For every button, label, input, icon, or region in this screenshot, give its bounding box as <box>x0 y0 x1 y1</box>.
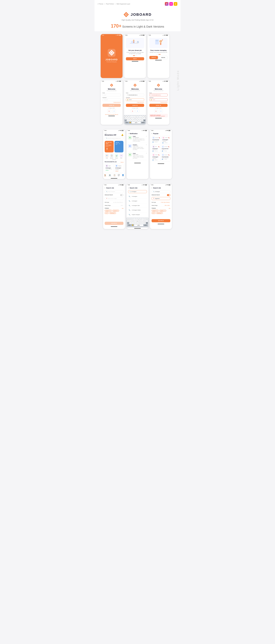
category-edit-3[interactable]: Edit <box>169 208 170 209</box>
kb-u[interactable]: u <box>137 116 139 117</box>
tag-marketing[interactable]: Marketing ✕ <box>109 212 116 214</box>
bookmark-2[interactable]: 🔖 <box>168 137 170 138</box>
skb-bs[interactable]: ⌫ <box>146 222 148 224</box>
skb-w[interactable]: w <box>129 218 131 220</box>
result-1[interactable]: 🔍 UI Designer <box>128 194 147 199</box>
result-2[interactable]: 🔍 UI Designer <box>128 199 147 203</box>
google-btn2[interactable]: G <box>131 109 134 113</box>
search-active-input[interactable]: 🔍 UI Designer <box>128 190 147 193</box>
pop-card-1[interactable]: f Facebook 🔖 Front End Dev Malang, Indon… <box>152 136 161 144</box>
notification-bell-icon[interactable]: 🔔 <box>121 134 123 136</box>
kb-emoji[interactable]: 😊 <box>129 122 131 124</box>
nav-chat[interactable]: 💬 Chat <box>118 174 120 177</box>
kb-l[interactable]: l <box>143 118 145 119</box>
skb-f[interactable]: f <box>134 220 136 222</box>
nav-company[interactable]: 🏢 Company <box>108 174 111 177</box>
kb-z[interactable]: z <box>127 120 129 121</box>
kb-f[interactable]: f <box>132 118 134 119</box>
kb-x[interactable]: x <box>129 120 131 121</box>
signin-btn-disabled[interactable]: SIGN IN <box>103 104 121 107</box>
pop-card-2[interactable]: D Dribbble 🔖 UX Designer Yogyakarta, Ind… <box>161 136 170 144</box>
password-filled[interactable]: 🔒 •••••••• <box>126 98 144 101</box>
kb-j[interactable]: j <box>139 118 141 119</box>
view-all-link[interactable]: View All <box>120 162 123 163</box>
back-button[interactable]: ‹ <box>128 133 129 134</box>
forgot3[interactable]: Forgot password? <box>149 102 168 103</box>
nav-home[interactable]: 🏠 Home <box>104 174 106 177</box>
cat-secretary[interactable]: 📋 Secretary <box>110 154 114 158</box>
skb-m[interactable]: m <box>143 222 146 224</box>
pop-card-3[interactable]: S Slack 🔖 UI Designer Fulltime 👤 30 👁 91… <box>152 145 160 152</box>
pop-card-6[interactable]: f Facebook 🔖 Front End Dev Malang, Indon… <box>161 153 170 162</box>
bookmark-1[interactable]: 🔖 <box>159 137 160 138</box>
kb-e[interactable]: e <box>129 116 131 117</box>
kb-h[interactable]: h <box>136 118 138 119</box>
tag3-ui[interactable]: UI ✕ <box>152 212 156 214</box>
location-input[interactable]: 📍 Search city or region <box>105 197 123 200</box>
facebook-btn2[interactable]: f <box>136 109 139 113</box>
skb-k[interactable]: k <box>143 220 146 222</box>
google-btn[interactable]: G <box>107 109 111 113</box>
search2-back[interactable]: ‹ <box>128 187 129 189</box>
kb-n[interactable]: n <box>139 120 141 121</box>
search3-back[interactable]: ‹ <box>152 187 152 189</box>
salary-filter-3[interactable]: Salary Range $5K in 800k › <box>152 204 170 207</box>
notif-item-2[interactable]: D Dropbox Hiring Position Dropbox is hir… <box>128 144 147 152</box>
skb-l[interactable]: l <box>146 220 148 222</box>
kb-shift[interactable]: ⇧ <box>125 120 127 121</box>
tag3-marketing[interactable]: Marketing ✕ <box>156 212 163 214</box>
skb-d[interactable]: d <box>132 220 134 222</box>
kb-space[interactable]: space <box>132 122 141 124</box>
google-btn3[interactable]: G <box>154 109 158 113</box>
next-button[interactable]: NEXT <box>126 57 144 60</box>
skb-123[interactable]: 123 <box>127 224 131 226</box>
kb-b[interactable]: b <box>136 120 138 121</box>
password-input-empty[interactable]: Password <box>103 98 121 101</box>
password-error[interactable]: 🔒 •••••••• <box>149 98 168 101</box>
kb-i[interactable]: i <box>139 116 141 117</box>
pop-card-4[interactable]: f Facebook 🔖 Front End Dev Fulltime 👤 41… <box>161 145 170 152</box>
kb-r[interactable]: r <box>131 116 133 117</box>
result-3[interactable]: 🔍 UI Designer Web <box>128 203 147 208</box>
skb-y[interactable]: y <box>138 218 139 220</box>
kb-123[interactable]: 123 <box>125 122 129 124</box>
salary-filter[interactable]: Salary Range 500k › <box>105 204 123 207</box>
skb-shift[interactable]: ⇧ <box>127 222 129 224</box>
advanced-toggle[interactable] <box>120 194 123 196</box>
search-btn-1[interactable]: SEARCH <box>105 222 123 225</box>
skb-e[interactable]: e <box>131 218 133 220</box>
skb-r[interactable]: r <box>133 218 135 220</box>
search3-input[interactable]: 🔍 UI Designer <box>152 190 170 193</box>
forgot-password-link[interactable]: Forgot password? <box>103 102 121 103</box>
advanced-toggle-3[interactable] <box>167 194 170 196</box>
kb-return[interactable]: return <box>141 122 145 124</box>
bookmark-3[interactable]: 🔖 <box>158 146 159 147</box>
result-5[interactable]: 🔍 Graphic Designer <box>128 212 147 217</box>
tag3-database[interactable]: Databas... ✕ <box>159 210 166 212</box>
tag-ui[interactable]: UI ✕ <box>105 212 109 214</box>
kb-backspace[interactable]: ⌫ <box>143 120 145 121</box>
notif-item-3[interactable]: G Gojek Hiring Position Gojek is hiring … <box>128 153 147 160</box>
kb-v[interactable]: v <box>134 120 136 121</box>
skb-s[interactable]: s <box>129 220 132 222</box>
location-input-3[interactable]: 📍 Yogyakarta <box>152 197 170 200</box>
skb-t[interactable]: t <box>136 218 137 220</box>
kb-g[interactable]: g <box>134 118 136 119</box>
skb-n[interactable]: n <box>141 222 143 224</box>
email-input-empty[interactable]: Email <box>103 94 121 96</box>
skb-emoji[interactable]: 😊 <box>131 224 134 226</box>
popular-back-btn[interactable]: ‹ <box>152 133 152 134</box>
bookmark-5[interactable]: 🔖 <box>158 154 159 156</box>
email-filled[interactable]: ✉ bimantara@email.co <box>126 94 144 96</box>
keyboard[interactable]: q w e r t y u i o p a s d <box>124 115 146 125</box>
skb-space[interactable]: space <box>134 224 143 226</box>
skb-j[interactable]: j <box>141 220 143 222</box>
skb-c[interactable]: c <box>134 222 136 224</box>
signin-btn2[interactable]: SIGN IN <box>126 104 144 107</box>
skb-g[interactable]: g <box>136 220 139 222</box>
category-edit-link[interactable]: Edit <box>122 208 123 209</box>
tag-research[interactable]: Research ✕ <box>112 210 119 212</box>
kb-o[interactable]: o <box>142 116 143 117</box>
bookmark-4[interactable]: 🔖 <box>168 146 169 147</box>
skb-x[interactable]: x <box>132 222 134 224</box>
